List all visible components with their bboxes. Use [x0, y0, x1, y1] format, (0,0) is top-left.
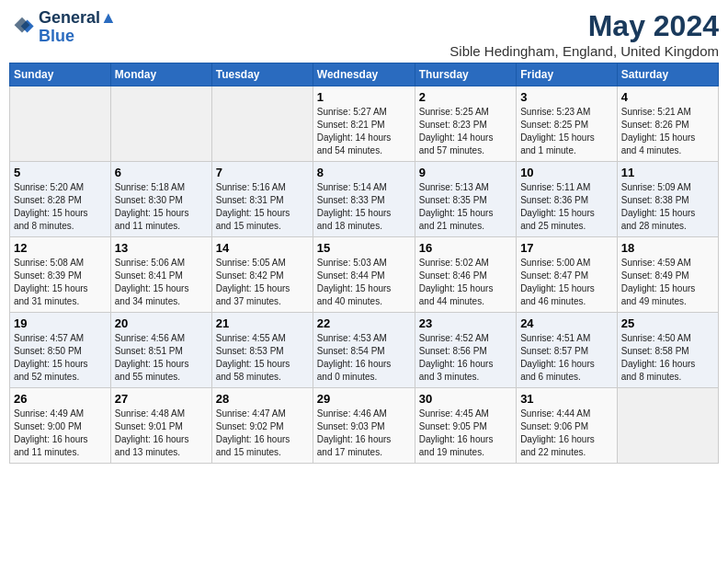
day-of-week-header: Thursday [415, 63, 516, 86]
day-info: Sunrise: 5:02 AM Sunset: 8:46 PM Dayligh… [419, 257, 512, 308]
day-info: Sunrise: 5:25 AM Sunset: 8:23 PM Dayligh… [419, 106, 512, 157]
calendar-day-cell: 3Sunrise: 5:23 AM Sunset: 8:25 PM Daylig… [517, 86, 618, 162]
day-of-week-header: Sunday [10, 63, 111, 86]
calendar-week-row: 19Sunrise: 4:57 AM Sunset: 8:50 PM Dayli… [10, 313, 719, 388]
calendar-day-cell: 8Sunrise: 5:14 AM Sunset: 8:33 PM Daylig… [313, 162, 415, 237]
day-number: 9 [419, 166, 512, 179]
calendar-day-cell: 30Sunrise: 4:45 AM Sunset: 9:05 PM Dayli… [415, 388, 516, 464]
day-info: Sunrise: 4:46 AM Sunset: 9:03 PM Dayligh… [317, 408, 411, 459]
day-number: 7 [216, 166, 309, 179]
day-number: 16 [419, 241, 512, 255]
logo-text-line1: General▲ [39, 9, 117, 28]
calendar-day-cell: 28Sunrise: 4:47 AM Sunset: 9:02 PM Dayli… [211, 388, 313, 464]
day-number: 21 [216, 316, 309, 330]
day-number: 5 [14, 166, 107, 179]
day-number: 30 [419, 392, 512, 406]
calendar-day-cell: 2Sunrise: 5:25 AM Sunset: 8:23 PM Daylig… [415, 86, 516, 162]
day-number: 1 [317, 90, 411, 104]
day-info: Sunrise: 4:55 AM Sunset: 8:53 PM Dayligh… [216, 332, 309, 384]
calendar-day-cell [617, 388, 718, 464]
calendar-day-cell: 7Sunrise: 5:16 AM Sunset: 8:31 PM Daylig… [211, 162, 313, 237]
day-info: Sunrise: 5:21 AM Sunset: 8:26 PM Dayligh… [621, 106, 714, 157]
calendar-day-cell: 6Sunrise: 5:18 AM Sunset: 8:30 PM Daylig… [110, 162, 211, 237]
calendar-day-cell: 22Sunrise: 4:53 AM Sunset: 8:54 PM Dayli… [313, 313, 415, 388]
day-info: Sunrise: 5:03 AM Sunset: 8:44 PM Dayligh… [317, 257, 411, 308]
day-of-week-header: Friday [517, 63, 618, 86]
day-of-week-header: Tuesday [211, 63, 313, 86]
day-info: Sunrise: 4:51 AM Sunset: 8:57 PM Dayligh… [520, 332, 613, 384]
calendar-day-cell [211, 86, 313, 162]
day-info: Sunrise: 4:44 AM Sunset: 9:06 PM Dayligh… [520, 408, 613, 459]
day-number: 24 [520, 316, 613, 330]
calendar-day-cell: 17Sunrise: 5:00 AM Sunset: 8:47 PM Dayli… [517, 237, 618, 313]
calendar-day-cell: 10Sunrise: 5:11 AM Sunset: 8:36 PM Dayli… [517, 162, 618, 237]
day-number: 19 [14, 316, 107, 330]
logo: General▲ Blue [9, 9, 117, 46]
calendar-day-cell: 21Sunrise: 4:55 AM Sunset: 8:53 PM Dayli… [211, 313, 313, 388]
day-number: 2 [419, 90, 512, 104]
calendar-day-cell: 31Sunrise: 4:44 AM Sunset: 9:06 PM Dayli… [517, 388, 618, 464]
day-number: 27 [115, 392, 208, 406]
day-info: Sunrise: 5:16 AM Sunset: 8:31 PM Dayligh… [216, 181, 309, 233]
calendar-day-cell [10, 86, 111, 162]
title-block: May 2024 Sible Hedingham, England, Unite… [449, 9, 719, 59]
day-number: 14 [216, 241, 309, 255]
day-number: 18 [621, 241, 714, 255]
day-number: 25 [621, 316, 714, 330]
calendar-day-cell: 20Sunrise: 4:56 AM Sunset: 8:51 PM Dayli… [110, 313, 211, 388]
day-number: 6 [115, 166, 208, 179]
day-info: Sunrise: 5:05 AM Sunset: 8:42 PM Dayligh… [216, 257, 309, 308]
day-number: 4 [621, 90, 714, 104]
day-info: Sunrise: 5:13 AM Sunset: 8:35 PM Dayligh… [419, 181, 512, 233]
day-header-row: SundayMondayTuesdayWednesdayThursdayFrid… [10, 63, 719, 86]
day-info: Sunrise: 5:20 AM Sunset: 8:28 PM Dayligh… [14, 181, 107, 233]
calendar-day-cell: 27Sunrise: 4:48 AM Sunset: 9:01 PM Dayli… [110, 388, 211, 464]
day-info: Sunrise: 4:53 AM Sunset: 8:54 PM Dayligh… [317, 332, 411, 384]
day-number: 28 [216, 392, 309, 406]
logo-icon [9, 15, 35, 40]
calendar-day-cell: 12Sunrise: 5:08 AM Sunset: 8:39 PM Dayli… [10, 237, 111, 313]
day-number: 17 [520, 241, 613, 255]
day-info: Sunrise: 5:09 AM Sunset: 8:38 PM Dayligh… [621, 181, 714, 233]
calendar-week-row: 12Sunrise: 5:08 AM Sunset: 8:39 PM Dayli… [10, 237, 719, 313]
calendar-day-cell [110, 86, 211, 162]
day-of-week-header: Saturday [617, 63, 718, 86]
day-info: Sunrise: 4:52 AM Sunset: 8:56 PM Dayligh… [419, 332, 512, 384]
day-info: Sunrise: 5:23 AM Sunset: 8:25 PM Dayligh… [520, 106, 613, 157]
day-info: Sunrise: 5:27 AM Sunset: 8:21 PM Dayligh… [317, 106, 411, 157]
day-info: Sunrise: 5:11 AM Sunset: 8:36 PM Dayligh… [520, 181, 613, 233]
calendar-day-cell: 14Sunrise: 5:05 AM Sunset: 8:42 PM Dayli… [211, 237, 313, 313]
calendar-week-row: 26Sunrise: 4:49 AM Sunset: 9:00 PM Dayli… [10, 388, 719, 464]
day-number: 10 [520, 166, 613, 179]
calendar-table: SundayMondayTuesdayWednesdayThursdayFrid… [9, 63, 719, 464]
calendar-week-row: 5Sunrise: 5:20 AM Sunset: 8:28 PM Daylig… [10, 162, 719, 237]
day-of-week-header: Wednesday [313, 63, 415, 86]
day-info: Sunrise: 4:50 AM Sunset: 8:58 PM Dayligh… [621, 332, 714, 384]
day-of-week-header: Monday [110, 63, 211, 86]
logo-text-line2: Blue [39, 28, 117, 46]
calendar-day-cell: 9Sunrise: 5:13 AM Sunset: 8:35 PM Daylig… [415, 162, 516, 237]
day-info: Sunrise: 5:14 AM Sunset: 8:33 PM Dayligh… [317, 181, 411, 233]
calendar-day-cell: 4Sunrise: 5:21 AM Sunset: 8:26 PM Daylig… [617, 86, 718, 162]
calendar-day-cell: 11Sunrise: 5:09 AM Sunset: 8:38 PM Dayli… [617, 162, 718, 237]
calendar-day-cell: 25Sunrise: 4:50 AM Sunset: 8:58 PM Dayli… [617, 313, 718, 388]
day-info: Sunrise: 4:49 AM Sunset: 9:00 PM Dayligh… [14, 408, 107, 459]
day-number: 22 [317, 316, 411, 330]
day-info: Sunrise: 4:59 AM Sunset: 8:49 PM Dayligh… [621, 257, 714, 308]
day-number: 12 [14, 241, 107, 255]
day-number: 3 [520, 90, 613, 104]
calendar-day-cell: 1Sunrise: 5:27 AM Sunset: 8:21 PM Daylig… [313, 86, 415, 162]
page-header: General▲ Blue May 2024 Sible Hedingham, … [9, 9, 719, 59]
calendar-day-cell: 5Sunrise: 5:20 AM Sunset: 8:28 PM Daylig… [10, 162, 111, 237]
calendar-day-cell: 19Sunrise: 4:57 AM Sunset: 8:50 PM Dayli… [10, 313, 111, 388]
day-info: Sunrise: 4:48 AM Sunset: 9:01 PM Dayligh… [115, 408, 208, 459]
day-number: 29 [317, 392, 411, 406]
day-info: Sunrise: 5:08 AM Sunset: 8:39 PM Dayligh… [14, 257, 107, 308]
day-number: 23 [419, 316, 512, 330]
day-number: 11 [621, 166, 714, 179]
day-info: Sunrise: 5:00 AM Sunset: 8:47 PM Dayligh… [520, 257, 613, 308]
day-number: 26 [14, 392, 107, 406]
calendar-day-cell: 18Sunrise: 4:59 AM Sunset: 8:49 PM Dayli… [617, 237, 718, 313]
day-info: Sunrise: 4:45 AM Sunset: 9:05 PM Dayligh… [419, 408, 512, 459]
calendar-week-row: 1Sunrise: 5:27 AM Sunset: 8:21 PM Daylig… [10, 86, 719, 162]
